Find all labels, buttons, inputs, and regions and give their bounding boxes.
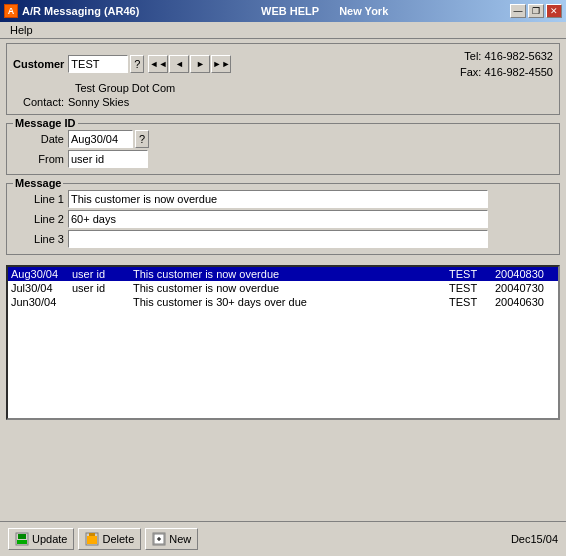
customer-qmark[interactable]: ? [130,55,144,73]
nav-buttons: ◄◄ ◄ ► ►► [148,55,231,73]
titlebar: A A/R Messaging (AR46) WEB HELP New York… [0,0,566,22]
date-label: Date [13,133,68,145]
nav-prev-button[interactable]: ◄ [169,55,189,73]
line1-input[interactable] [68,190,488,208]
bottom-bar: Update Delete [0,521,566,556]
close-button[interactable]: ✕ [546,4,562,18]
titlebar-buttons: — ❐ ✕ [510,4,562,18]
date-qmark[interactable]: ? [135,130,149,148]
delete-label: Delete [102,533,134,545]
titlebar-left: A A/R Messaging (AR46) [4,4,139,18]
minimize-button[interactable]: — [510,4,526,18]
list-item[interactable]: Jul30/04 user id This customer is now ov… [8,281,558,295]
tel-fax-block: Tel: 416-982-5632 Fax: 416-982-4550 [460,48,553,80]
nav-first-button[interactable]: ◄◄ [148,55,168,73]
list-item[interactable]: Jun30/04 This customer is 30+ days over … [8,295,558,309]
list-item[interactable]: Aug30/04 user id This customer is now ov… [8,267,558,281]
line1-label: Line 1 [13,193,68,205]
from-label: From [13,153,68,165]
date-input[interactable] [68,130,133,148]
tel-label: Tel: [464,50,481,62]
status-bar: Dec15/04 [511,533,558,545]
message-id-label: Message ID [13,117,78,129]
tel-value: 416-982-5632 [484,50,553,62]
menu-help[interactable]: Help [6,23,37,37]
line3-row: Line 3 [13,230,553,248]
update-icon [15,532,29,546]
svg-rect-5 [89,533,95,536]
new-icon [152,532,166,546]
titlebar-center: WEB HELP New York [261,5,388,17]
nav-last-button[interactable]: ►► [211,55,231,73]
contact-label: Contact: [13,96,68,108]
line3-input[interactable] [68,230,488,248]
customer-input[interactable] [68,55,128,73]
fax-value: 416-982-4550 [484,66,553,78]
delete-button[interactable]: Delete [78,528,141,550]
svg-rect-2 [18,534,26,539]
main-content: Customer ? ◄◄ ◄ ► ►► Tel: 416-982-5632 F… [0,39,566,261]
line1-row: Line 1 [13,190,553,208]
customer-section: Customer ? ◄◄ ◄ ► ►► Tel: 416-982-5632 F… [6,43,560,115]
app-icon: A [4,4,18,18]
web-help-label: WEB HELP [261,5,319,17]
contact-name: Sonny Skies [68,96,129,108]
nav-next-button[interactable]: ► [190,55,210,73]
contact-row: Contact: Sonny Skies [13,96,553,108]
update-label: Update [32,533,67,545]
status-date: Dec15/04 [511,533,558,545]
svg-rect-1 [17,540,27,544]
line2-row: Line 2 [13,210,553,228]
app-title: A/R Messaging (AR46) [22,5,139,17]
menubar: Help [0,22,566,39]
message-list[interactable]: Aug30/04 user id This customer is now ov… [6,265,560,420]
message-section-label: Message [13,177,63,189]
action-buttons: Update Delete [8,528,198,550]
company-name: Test Group Dot Com [75,82,175,94]
date-row: Date ? [13,130,553,148]
from-input[interactable] [68,150,148,168]
line3-label: Line 3 [13,233,68,245]
customer-label: Customer [13,58,68,70]
company-row: Test Group Dot Com [13,82,553,94]
delete-icon [85,532,99,546]
from-row: From [13,150,553,168]
line2-input[interactable] [68,210,488,228]
message-section: Message Line 1 Line 2 Line 3 [6,183,560,255]
message-id-section: Message ID Date ? From [6,123,560,175]
fax-label: Fax: [460,66,481,78]
customer-row: Customer ? ◄◄ ◄ ► ►► Tel: 416-982-5632 F… [13,48,553,80]
update-button[interactable]: Update [8,528,74,550]
new-label: New [169,533,191,545]
location-label: New York [339,5,388,17]
new-button[interactable]: New [145,528,198,550]
line2-label: Line 2 [13,213,68,225]
svg-rect-4 [87,536,97,544]
restore-button[interactable]: ❐ [528,4,544,18]
